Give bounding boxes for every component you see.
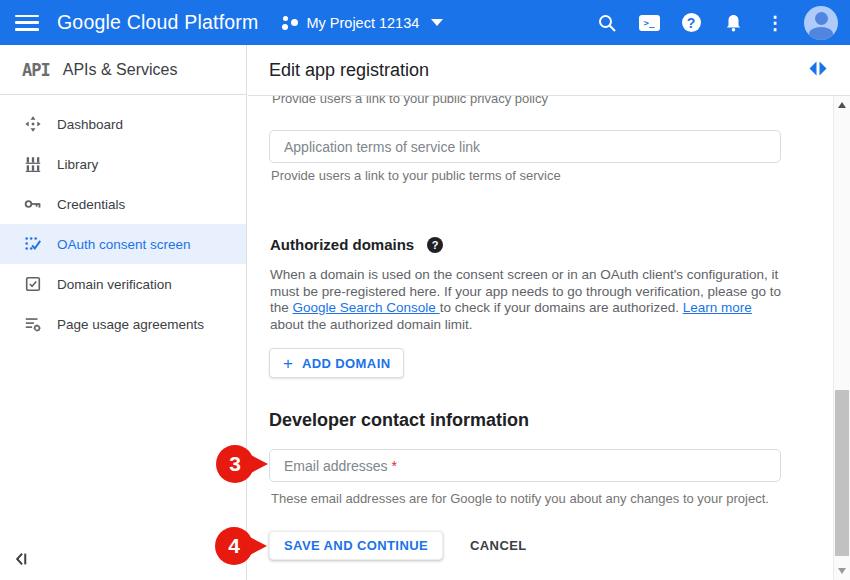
terms-of-service-link-input[interactable] [269, 130, 781, 163]
scroll-down-arrow-icon[interactable] [838, 568, 846, 574]
cancel-button[interactable]: CANCEL [470, 538, 527, 553]
project-icon [282, 14, 298, 32]
form-scroll-area: Provide users a link to your public priv… [248, 96, 833, 580]
vertical-scrollbar[interactable] [833, 96, 850, 580]
expand-panel-icon[interactable] [808, 60, 828, 81]
chevron-down-icon [431, 19, 443, 26]
brand-title: Google Cloud Platform [57, 11, 258, 34]
learn-more-link[interactable]: Learn more [683, 300, 752, 315]
library-icon [24, 155, 42, 173]
list-gear-icon [24, 315, 42, 333]
help-tooltip-icon[interactable]: ? [427, 237, 443, 253]
oauth-consent-icon [24, 235, 42, 253]
project-name: My Project 12134 [306, 15, 419, 31]
sidebar-item-credentials[interactable]: Credentials [0, 184, 246, 224]
sidebar-item-oauth-consent-screen[interactable]: OAuth consent screen [0, 224, 246, 264]
terms-of-service-helper-text: Provide users a link to your public term… [271, 168, 561, 183]
authorized-domains-description: When a domain is used on the consent scr… [270, 267, 786, 333]
api-logo: API [22, 60, 50, 80]
sidebar-item-page-usage-agreements[interactable]: Page usage agreements [0, 304, 246, 344]
developer-contact-heading: Developer contact information [269, 410, 529, 431]
search-icon[interactable] [586, 3, 628, 43]
sidebar-title: APIs & Services [63, 61, 178, 79]
sidebar-item-library[interactable]: Library [0, 144, 246, 184]
authorized-domains-heading: Authorized domains ? [270, 236, 443, 253]
email-helper-text: These email addresses are for Google to … [271, 491, 769, 506]
email-addresses-input[interactable]: Email addresses * [269, 449, 781, 482]
page-title: Edit app registration [269, 60, 429, 81]
sidebar: API APIs & Services Dashboard Library Cr… [0, 45, 247, 580]
menu-icon[interactable] [15, 15, 39, 31]
checkbox-icon [24, 275, 42, 293]
more-options-icon[interactable]: ⋮ [754, 3, 796, 43]
avatar[interactable] [804, 6, 838, 40]
form-actions: SAVE AND CONTINUE CANCEL [269, 531, 527, 560]
add-domain-button[interactable]: + ADD DOMAIN [269, 348, 404, 378]
scrollbar-thumb[interactable] [835, 390, 849, 556]
help-icon[interactable]: ? [670, 3, 712, 43]
content-header: Edit app registration [248, 45, 850, 96]
cloud-shell-icon[interactable]: >_ [628, 3, 670, 43]
collapse-sidebar-icon[interactable] [12, 548, 34, 570]
sidebar-header: API APIs & Services [0, 45, 246, 95]
top-bar: Google Cloud Platform My Project 12134 >… [0, 0, 850, 45]
project-selector[interactable]: My Project 12134 [282, 14, 443, 32]
privacy-policy-helper-text: Provide users a link to your public priv… [272, 96, 548, 106]
scroll-up-arrow-icon[interactable] [838, 102, 846, 108]
dashboard-icon [24, 115, 42, 133]
required-asterisk: * [392, 458, 397, 474]
sidebar-item-domain-verification[interactable]: Domain verification [0, 264, 246, 304]
sidebar-item-dashboard[interactable]: Dashboard [0, 104, 246, 144]
key-icon [24, 195, 42, 213]
google-search-console-link[interactable]: Google Search Console [293, 300, 440, 315]
plus-icon: + [283, 355, 293, 372]
save-and-continue-button[interactable]: SAVE AND CONTINUE [269, 531, 443, 560]
notifications-bell-icon[interactable] [712, 3, 754, 43]
